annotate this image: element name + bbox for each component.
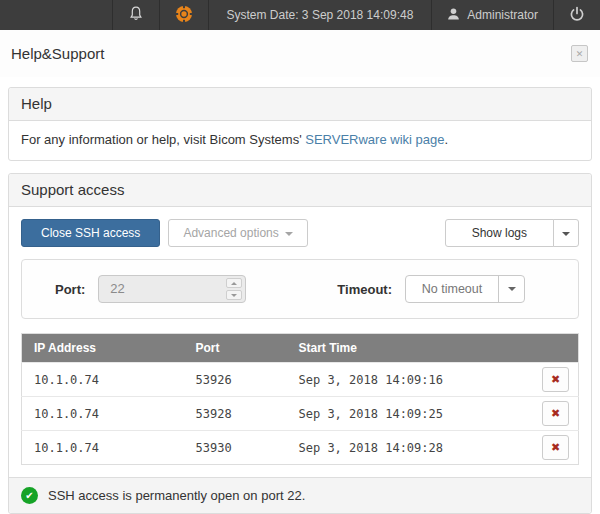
cell-port: 53930 <box>184 431 287 465</box>
chevron-down-icon <box>508 287 516 291</box>
cell-ip-address: 10.1.0.74 <box>22 431 184 465</box>
help-text-before: For any information or help, visit Bicom… <box>21 132 305 147</box>
support-access-panel: Support access Close SSH access Advanced… <box>8 173 592 514</box>
logout-button[interactable] <box>553 0 600 30</box>
connections-tbody: 10.1.0.74 53926 Sep 3, 2018 14:09:16 ✖ 1… <box>22 363 579 465</box>
delete-x-icon: ✖ <box>551 407 560 419</box>
col-header-actions <box>533 334 579 363</box>
support-actions-row: Close SSH access Advanced options Show l… <box>21 219 579 247</box>
table-row: 10.1.0.74 53928 Sep 3, 2018 14:09:25 ✖ <box>22 397 579 431</box>
chevron-up-icon <box>231 282 237 285</box>
col-header-ip: IP Address <box>22 334 184 363</box>
cell-start-time: Sep 3, 2018 14:09:16 <box>287 363 533 397</box>
support-panel-header: Support access <box>9 174 591 207</box>
success-check-icon: ✔ <box>21 487 38 504</box>
chevron-down-icon <box>231 294 237 297</box>
show-logs-label: Show logs <box>472 226 527 240</box>
table-row: 10.1.0.74 53926 Sep 3, 2018 14:09:16 ✖ <box>22 363 579 397</box>
cell-start-time: Sep 3, 2018 14:09:25 <box>287 397 533 431</box>
timeout-select[interactable]: No timeout <box>405 275 525 303</box>
help-panel-body: For any information or help, visit Bicom… <box>9 121 591 160</box>
close-page-button[interactable]: ✕ <box>571 45 588 62</box>
port-input[interactable]: 22 <box>98 275 246 303</box>
cell-actions: ✖ <box>533 397 579 431</box>
advanced-options-label: Advanced options <box>183 226 278 240</box>
bell-icon <box>128 5 144 25</box>
cell-actions: ✖ <box>533 363 579 397</box>
wiki-link[interactable]: SERVERware wiki page <box>305 132 444 147</box>
cell-start-time: Sep 3, 2018 14:09:28 <box>287 431 533 465</box>
close-icon: ✕ <box>576 49 584 59</box>
advanced-options-button[interactable]: Advanced options <box>168 219 307 247</box>
cell-port: 53928 <box>184 397 287 431</box>
connections-table: IP Address Port Start Time 10.1.0.74 539… <box>21 333 579 465</box>
col-header-port: Port <box>184 334 287 363</box>
close-ssh-access-button[interactable]: Close SSH access <box>21 219 160 247</box>
timeout-selected-value: No timeout <box>406 276 498 302</box>
port-label: Port: <box>55 282 85 297</box>
support-panel-body: Close SSH access Advanced options Show l… <box>9 207 591 477</box>
stepper-down-button[interactable] <box>226 290 242 300</box>
terminate-connection-button[interactable]: ✖ <box>542 401 569 426</box>
status-message: SSH access is permanently open on port 2… <box>48 488 305 503</box>
help-text-after: . <box>444 132 448 147</box>
port-value: 22 <box>99 276 245 302</box>
help-panel-header: Help <box>9 88 591 121</box>
cell-ip-address: 10.1.0.74 <box>22 397 184 431</box>
close-ssh-access-label: Close SSH access <box>41 226 140 240</box>
user-icon <box>447 7 467 24</box>
delete-x-icon: ✖ <box>551 441 560 453</box>
chevron-down-icon <box>285 232 293 236</box>
chevron-down-icon <box>562 232 570 236</box>
title-bar: Help&Support ✕ <box>0 30 600 77</box>
port-timeout-box: Port: 22 Timeout: No timeout <box>21 259 579 319</box>
system-date-label: System Date: 3 Sep 2018 14:09:48 <box>227 8 414 22</box>
show-logs-dropdown-button[interactable] <box>553 219 579 247</box>
cell-actions: ✖ <box>533 431 579 465</box>
life-buoy-icon <box>175 5 193 26</box>
user-name: Administrator <box>467 8 538 22</box>
header-row: IP Address Port Start Time <box>22 334 579 363</box>
port-stepper <box>226 278 242 300</box>
connections-table-head: IP Address Port Start Time <box>22 334 579 363</box>
table-row: 10.1.0.74 53930 Sep 3, 2018 14:09:28 ✖ <box>22 431 579 465</box>
timeout-label: Timeout: <box>337 282 392 297</box>
topbar: System Date: 3 Sep 2018 14:09:48 Adminis… <box>0 0 600 30</box>
timeout-dropdown-toggle[interactable] <box>498 276 524 302</box>
col-header-start-time: Start Time <box>287 334 533 363</box>
terminate-connection-button[interactable]: ✖ <box>542 367 569 392</box>
support-button[interactable] <box>159 0 208 30</box>
topbar-spacer <box>0 0 112 30</box>
user-menu[interactable]: Administrator <box>431 0 553 30</box>
cell-port: 53926 <box>184 363 287 397</box>
status-bar: ✔ SSH access is permanently open on port… <box>9 477 591 513</box>
show-logs-group: Show logs <box>445 219 579 247</box>
notifications-button[interactable] <box>112 0 159 30</box>
stepper-up-button[interactable] <box>226 278 242 288</box>
page-title: Help&Support <box>11 45 104 62</box>
terminate-connection-button[interactable]: ✖ <box>542 435 569 460</box>
system-date: System Date: 3 Sep 2018 14:09:48 <box>208 0 432 30</box>
show-logs-button[interactable]: Show logs <box>445 219 554 247</box>
power-icon <box>569 6 585 25</box>
help-panel: Help For any information or help, visit … <box>8 87 592 161</box>
delete-x-icon: ✖ <box>551 373 560 385</box>
cell-ip-address: 10.1.0.74 <box>22 363 184 397</box>
